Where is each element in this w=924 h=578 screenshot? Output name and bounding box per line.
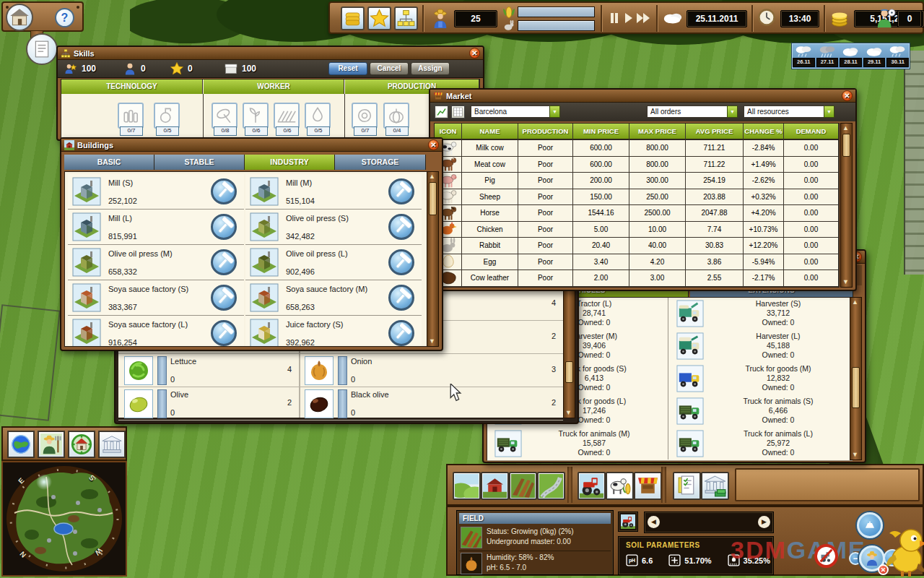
landscape-button[interactable]: [453, 472, 481, 500]
home-zoom-button[interactable]: [6, 4, 33, 31]
orders-filter-select[interactable]: All orders: [647, 105, 728, 118]
building-item[interactable]: Olive oil press (M) 658,332: [68, 245, 244, 280]
market-row[interactable]: RabbitPoor20.4040.0030.83+12.20%0.00: [435, 238, 839, 254]
tab-storage[interactable]: STORAGE: [335, 155, 426, 170]
market-column-header[interactable]: MAX PRICE: [629, 124, 686, 140]
field-overview-button[interactable]: [857, 512, 883, 538]
market-row[interactable]: HorsePoor1544.162500.002047.88+4.20%0.00: [435, 205, 839, 222]
prev-field-button[interactable]: ◀: [648, 516, 660, 528]
news-button[interactable]: [26, 33, 58, 65]
next-field-button[interactable]: ▶: [758, 516, 770, 528]
resources-filter-select[interactable]: All resources: [744, 105, 824, 118]
skill-slot[interactable]: 0/6: [274, 103, 300, 129]
market-row[interactable]: EggPoor3.404.203.86-5.94%0.00: [435, 254, 839, 271]
fast-forward-button[interactable]: [636, 12, 650, 24]
market-column-header[interactable]: NAME: [462, 124, 518, 140]
cancel-button[interactable]: Cancel: [370, 62, 409, 75]
chevron-down-icon[interactable]: ▼: [727, 105, 738, 118]
chevron-down-icon[interactable]: ▼: [824, 105, 834, 118]
organization-button[interactable]: [394, 7, 418, 30]
vehicle-cell[interactable]: Truck for animals (S)6,466Owned: 0: [671, 397, 851, 426]
building-item[interactable]: Olive oil press (L) 902,496: [245, 245, 422, 280]
product-cell[interactable]: Olive 0 2: [121, 387, 297, 420]
skills-titlebar[interactable]: Skills ✕: [58, 47, 483, 60]
market-column-header[interactable]: PRODUCTION: [518, 124, 573, 140]
minimap[interactable]: E S N W: [1, 461, 127, 577]
market-row[interactable]: ChickenPoor5.0010.007.74+10.73%0.00: [435, 222, 839, 238]
vehicle-cell[interactable]: Truck for animals (M)15,587Owned: 0: [489, 429, 665, 459]
table-view-button[interactable]: [451, 105, 465, 118]
building-item[interactable]: Mill (M) 515,104: [245, 174, 422, 210]
vehicle-cell[interactable]: Harvester (L)45,188Owned: 0: [671, 332, 851, 361]
build-hammer-button[interactable]: [388, 320, 414, 346]
build-hammer-button[interactable]: [388, 249, 414, 275]
farmer-button[interactable]: [38, 431, 65, 458]
skill-slot[interactable]: 0/4: [383, 103, 409, 129]
close-icon[interactable]: ✕: [842, 90, 853, 101]
skill-slot[interactable]: 0/8: [212, 103, 237, 129]
product-cell[interactable]: Lettuce 0 4: [121, 354, 297, 387]
build-hammer-button[interactable]: [388, 178, 414, 204]
assign-button[interactable]: Assign: [411, 62, 450, 75]
vehicles-scrollbar[interactable]: ▲ ▼: [850, 297, 862, 460]
market-button[interactable]: [634, 472, 662, 500]
build-hammer-button[interactable]: [211, 249, 237, 275]
market-column-header[interactable]: DEMAND: [784, 124, 839, 140]
buildings-scrollbar[interactable]: ▲ ▼: [427, 171, 439, 347]
skill-slot[interactable]: 0/7: [118, 103, 144, 129]
skill-slot[interactable]: 0/7: [352, 103, 378, 129]
skill-slot[interactable]: 0/5: [305, 103, 331, 129]
close-icon[interactable]: ✕: [469, 48, 480, 59]
close-icon[interactable]: ✕: [428, 139, 439, 150]
product-cell[interactable]: Black olive 0 2: [302, 387, 562, 420]
market-column-header[interactable]: MIN PRICE: [573, 124, 629, 140]
vehicle-cell[interactable]: Harvester (S)33,712Owned: 0: [671, 299, 851, 329]
vehicle-cell[interactable]: Truck for goods (M)12,832Owned: 0: [671, 364, 851, 394]
farm-button[interactable]: [481, 472, 509, 500]
fields-button[interactable]: [509, 472, 537, 500]
help-button[interactable]: ?: [55, 8, 74, 27]
build-hammer-button[interactable]: [211, 320, 237, 346]
build-hammer-button[interactable]: [211, 178, 237, 204]
build-hammer-button[interactable]: [388, 214, 414, 240]
building-item[interactable]: Soya sauce factory (L) 916,254: [68, 316, 244, 347]
tractor-nav-button[interactable]: [618, 512, 638, 532]
pause-button[interactable]: [610, 12, 619, 24]
market-row[interactable]: Meat cowPoor600.00800.00711.22+1.49%0.00: [435, 157, 839, 173]
build-hammer-button[interactable]: [211, 214, 237, 240]
building-item[interactable]: Mill (S) 252,102: [68, 174, 244, 210]
roads-button[interactable]: [537, 472, 565, 500]
market-row[interactable]: Cow leatherPoor2.003.002.55-2.17%0.00: [435, 270, 839, 287]
contracts-button[interactable]: [673, 472, 701, 500]
vehicle-cell[interactable]: Truck for animals (L)25,972Owned: 0: [671, 429, 851, 459]
market-titlebar[interactable]: Market ✕: [430, 90, 855, 103]
market-column-header[interactable]: AVG PRICE: [686, 124, 744, 140]
market-row[interactable]: PigPoor200.00300.00254.19-2.62%0.00: [435, 173, 839, 189]
tab-stable[interactable]: STABLE: [154, 155, 245, 170]
bank-map-button[interactable]: [98, 431, 126, 458]
tab-industry[interactable]: INDUSTRY: [245, 155, 335, 170]
building-item[interactable]: Mill (L) 815,991: [68, 210, 244, 245]
tab-basic[interactable]: BASIC: [64, 155, 154, 170]
play-button[interactable]: [624, 12, 633, 24]
skill-slot[interactable]: 0/5: [154, 103, 180, 129]
region-select[interactable]: Barcelona: [471, 105, 550, 118]
market-column-header[interactable]: CHANGE %: [744, 124, 784, 140]
building-item[interactable]: Juice factory (S) 392,962: [245, 316, 422, 347]
building-item[interactable]: Soya sauce factory (M) 658,263: [245, 280, 422, 316]
product-cell[interactable]: Onion 0 3: [302, 354, 562, 387]
livestock-button[interactable]: [606, 472, 634, 500]
bank-button[interactable]: [701, 472, 729, 500]
vehicles-button[interactable]: [578, 472, 606, 500]
building-item[interactable]: Soya sauce factory (S) 383,367: [68, 280, 244, 316]
build-hammer-button[interactable]: [211, 285, 237, 311]
home-locator-button[interactable]: [68, 431, 95, 458]
market-row[interactable]: SheepPoor150.00250.00203.88+0.32%0.00: [435, 189, 839, 206]
world-button[interactable]: [7, 431, 35, 458]
building-item[interactable]: Olive oil press (S) 342,482: [245, 210, 422, 245]
skill-slot[interactable]: 0/6: [243, 103, 269, 129]
build-hammer-button[interactable]: [388, 285, 414, 311]
chart-view-button[interactable]: [435, 105, 448, 118]
market-scrollbar[interactable]: ▲ ▼: [840, 123, 853, 288]
reset-button[interactable]: Reset: [328, 62, 367, 75]
